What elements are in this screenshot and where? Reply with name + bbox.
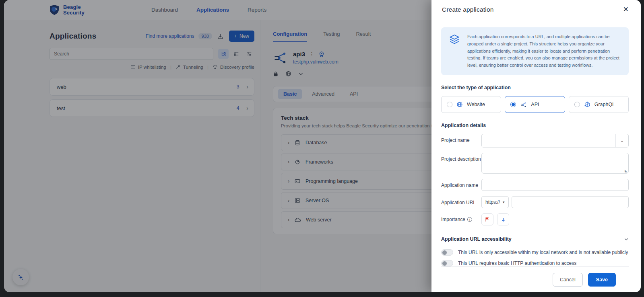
resize-grip-icon[interactable]: ◢	[625, 169, 627, 173]
red-flag-icon	[485, 217, 490, 222]
url-protocol-select[interactable]: https:// ▾	[481, 196, 509, 208]
application-name-label: Application name	[441, 179, 481, 188]
http-auth-toggle[interactable]	[441, 260, 453, 266]
arrow-down-icon	[501, 217, 506, 222]
importance-flag-button[interactable]	[481, 213, 493, 225]
http-auth-toggle-row: This URL requires basic HTTP authenticat…	[441, 260, 629, 266]
type-option-website[interactable]: Website	[441, 96, 501, 113]
project-description-textarea[interactable]	[481, 153, 629, 174]
radio-unchecked-icon	[447, 102, 452, 107]
drawer-footer: Cancel Save	[441, 266, 629, 292]
layers-icon	[448, 33, 461, 46]
project-description-label: Project description	[441, 153, 481, 162]
url-accessibility-title: Application URL accessibility	[441, 236, 512, 242]
application-url-input[interactable]	[512, 196, 629, 208]
chevron-down-icon: ⌄	[615, 134, 628, 147]
local-network-toggle-row: This URL is only accessible within my lo…	[441, 249, 629, 256]
http-auth-toggle-label: This URL requires basic HTTP authenticat…	[458, 260, 576, 266]
project-name-select[interactable]: ⌄	[481, 134, 629, 147]
info-banner: Each application corresponds to a URL, a…	[441, 27, 629, 75]
create-application-drawer: Create application ✕ Each application co…	[431, 0, 641, 292]
website-globe-icon	[456, 101, 463, 108]
url-accessibility-toggles: This URL is only accessible within my lo…	[441, 249, 629, 266]
save-button[interactable]: Save	[588, 273, 616, 287]
application-type-options: Website API	[441, 96, 629, 113]
api-icon	[520, 102, 527, 108]
drawer-title: Create application	[442, 6, 494, 13]
app-window: BeagleSecurity Dashboard Applications Re…	[4, 0, 641, 292]
application-details-form: Project name ⌄ Project description ◢	[441, 134, 629, 225]
graphql-icon	[584, 101, 590, 108]
info-circle-icon[interactable]: i	[467, 217, 472, 222]
type-option-api[interactable]: API	[505, 96, 565, 113]
cancel-button[interactable]: Cancel	[553, 273, 583, 287]
importance-arrow-down-button[interactable]	[497, 213, 509, 225]
caret-down-icon: ▾	[503, 200, 505, 204]
info-banner-text: Each application corresponds to a URL, a…	[467, 33, 622, 69]
details-section-label: Application details	[441, 123, 629, 128]
close-icon[interactable]: ✕	[623, 6, 629, 13]
application-url-label: Application URL	[441, 196, 481, 205]
local-network-toggle-label: This URL is only accessible within my lo…	[458, 250, 628, 255]
radio-checked-icon	[510, 102, 516, 107]
local-network-toggle[interactable]	[441, 249, 453, 256]
project-name-label: Project name	[441, 134, 481, 143]
application-name-input[interactable]	[481, 179, 629, 191]
drawer-body: Each application corresponds to a URL, a…	[431, 19, 641, 292]
type-option-graphql[interactable]: GraphQL	[569, 96, 629, 113]
chevron-down-icon	[624, 237, 629, 242]
url-accessibility-section-header[interactable]: Application URL accessibility	[441, 236, 629, 242]
drawer-header: Create application ✕	[431, 0, 641, 19]
importance-label: Importance i	[441, 217, 481, 222]
radio-unchecked-icon	[574, 102, 580, 107]
type-section-label: Select the type of application	[441, 85, 629, 90]
